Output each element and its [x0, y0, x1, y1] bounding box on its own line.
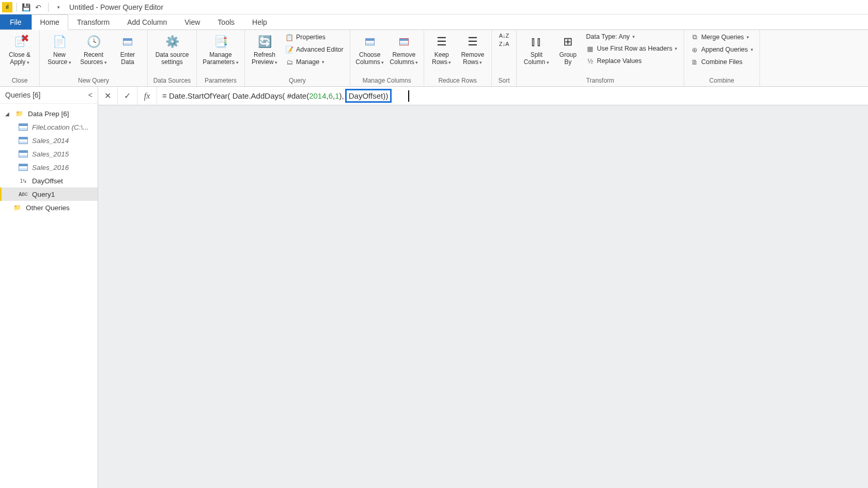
work-area: Queries [6] < ◢ 📁 Data Prep [6] FileLoca… — [0, 87, 868, 488]
close-apply-icon: ✖ 📄 — [11, 33, 28, 51]
combine-files-button[interactable]: 🗎Combine Files — [688, 57, 755, 67]
group-manage-columns: Choose Columns Remove Columns Manage Col… — [350, 30, 424, 86]
queries-list: ◢ 📁 Data Prep [6] FileLocation (C:\...Sa… — [0, 104, 98, 217]
advanced-editor-button[interactable]: 📝Advanced Editor — [283, 44, 346, 55]
sort-desc-button[interactable]: Z↓A — [496, 40, 513, 48]
quick-access-toolbar: 💾 ↶ ▾ — [19, 3, 65, 12]
group-label-parameters: Parameters — [201, 76, 240, 85]
recent-sources-button[interactable]: 🕓 Recent Sources — [78, 32, 109, 67]
remove-rows-button[interactable]: ☰ Remove Rows — [458, 32, 487, 67]
app-icon: ıl — [2, 2, 12, 12]
remove-rows-icon: ☰ — [464, 33, 482, 51]
headers-icon: ▦ — [586, 44, 594, 53]
collapse-queries-icon[interactable]: < — [88, 91, 92, 99]
group-transform: ⫿⫿ Split Column ⊞ Group By Data Type: An… — [517, 30, 684, 86]
formula-input[interactable]: = Date.StartOfYear( Date.AddDays( #date(… — [157, 89, 868, 103]
table-icon — [19, 123, 28, 131]
ribbon: ✖ 📄 Close & Apply Close 📄 New Source 🕓 R… — [0, 30, 868, 87]
remove-columns-button[interactable]: Remove Columns — [389, 32, 420, 67]
data-source-settings-icon: ⚙️ — [163, 33, 181, 51]
tab-tools[interactable]: Tools — [209, 14, 243, 29]
query-group-data-prep[interactable]: ◢ 📁 Data Prep [6] — [0, 107, 98, 120]
group-reduce-rows: ☰ Keep Rows ☰ Remove Rows Reduce Rows — [424, 30, 492, 86]
folder-icon: 📁 — [14, 109, 24, 118]
group-label-managecols: Manage Columns — [354, 76, 420, 85]
refresh-icon: 🔄 — [256, 33, 273, 51]
keep-rows-button[interactable]: ☰ Keep Rows — [428, 32, 455, 67]
manage-query-button[interactable]: 🗂Manage — [283, 57, 346, 67]
group-by-button[interactable]: ⊞ Group By — [555, 32, 581, 67]
first-row-headers-button[interactable]: ▦Use First Row as Headers — [584, 43, 679, 54]
data-type-button[interactable]: Data Type: Any — [584, 32, 679, 41]
folder-icon: 📁 — [12, 203, 22, 212]
close-apply-button[interactable]: ✖ 📄 Close & Apply — [4, 32, 35, 67]
tab-transform[interactable]: Transform — [68, 14, 118, 29]
group-label-newquery: New Query — [44, 76, 143, 85]
group-parameters: 📑 Manage Parameters Parameters — [197, 30, 245, 86]
queries-header: Queries [6] < — [0, 87, 98, 104]
query-item-sales-2015[interactable]: Sales_2015 — [0, 147, 98, 161]
qat-dropdown-icon[interactable]: ▾ — [54, 3, 63, 12]
merge-icon: ⧉ — [690, 33, 699, 41]
query-label: FileLocation (C:\... — [32, 123, 89, 131]
query-item-sales-2014[interactable]: Sales_2014 — [0, 134, 98, 147]
merge-queries-button[interactable]: ⧉Merge Queries — [688, 32, 755, 42]
tab-view[interactable]: View — [176, 14, 209, 29]
enter-data-icon — [119, 33, 136, 51]
queries-pane: Queries [6] < ◢ 📁 Data Prep [6] FileLoca… — [0, 87, 98, 488]
manage-parameters-icon: 📑 — [212, 33, 229, 51]
group-label-combine: Combine — [688, 76, 755, 85]
query-item-sales-2016[interactable]: Sales_2016 — [0, 161, 98, 174]
expand-icon: ◢ — [5, 111, 10, 117]
append-queries-button[interactable]: ⊕Append Queries — [688, 44, 755, 55]
properties-icon: 📋 — [285, 33, 293, 41]
enter-data-button[interactable]: Enter Data — [112, 32, 143, 67]
abc-icon: ABC — [19, 190, 28, 198]
query-group-other[interactable]: 📁 Other Queries — [0, 201, 98, 214]
query-item-filelocation--c-----[interactable]: FileLocation (C:\... — [0, 120, 98, 134]
group-label-reducerows: Reduce Rows — [428, 76, 487, 85]
replace-icon: ½ — [586, 57, 594, 65]
fx-icon[interactable]: fx — [137, 87, 157, 105]
choose-columns-button[interactable]: Choose Columns — [354, 32, 385, 67]
keep-rows-icon: ☰ — [433, 33, 451, 51]
sort-asc-button[interactable]: A↓Z — [496, 32, 513, 39]
properties-button[interactable]: 📋Properties — [283, 32, 346, 42]
data-source-settings-button[interactable]: ⚙️ Data source settings — [152, 32, 192, 67]
save-icon[interactable]: 💾 — [21, 3, 30, 12]
tab-file[interactable]: File — [0, 14, 32, 29]
number-icon: 1²₃ — [19, 177, 28, 185]
new-source-button[interactable]: 📄 New Source — [44, 32, 75, 67]
replace-values-button[interactable]: ½Replace Values — [584, 56, 679, 66]
group-sort: A↓Z Z↓A Sort — [492, 30, 517, 86]
group-data-sources: ⚙️ Data source settings Data Sources — [148, 30, 197, 86]
tab-home[interactable]: Home — [32, 14, 68, 30]
cancel-formula-button[interactable]: ✕ — [98, 87, 118, 105]
remove-columns-icon — [395, 33, 413, 51]
group-label-close: Close — [4, 76, 35, 85]
undo-icon[interactable]: ↶ — [34, 3, 43, 12]
formula-text: = Date.StartOfYear( Date.AddDays( #date( — [162, 91, 309, 100]
advanced-editor-icon: 📝 — [285, 45, 293, 54]
refresh-preview-button[interactable]: 🔄 Refresh Preview — [249, 32, 280, 67]
group-new-query: 📄 New Source 🕓 Recent Sources Enter Data… — [40, 30, 148, 86]
query-item-dayoffset[interactable]: 1²₃DayOffset — [0, 174, 98, 187]
table-icon — [19, 163, 28, 171]
split-column-icon: ⫿⫿ — [528, 33, 545, 51]
text-cursor — [408, 90, 409, 102]
manage-icon: 🗂 — [285, 58, 293, 66]
manage-parameters-button[interactable]: 📑 Manage Parameters — [201, 32, 240, 67]
recent-sources-icon: 🕓 — [85, 33, 102, 51]
table-icon — [19, 150, 28, 158]
query-item-query1[interactable]: ABCQuery1 — [0, 187, 98, 201]
group-label-transform: Transform — [521, 76, 679, 85]
split-column-button[interactable]: ⫿⫿ Split Column — [521, 32, 552, 67]
window-title: Untitled - Power Query Editor — [69, 3, 163, 11]
commit-formula-button[interactable]: ✓ — [118, 87, 137, 105]
group-close: ✖ 📄 Close & Apply Close — [0, 30, 40, 86]
tab-help[interactable]: Help — [243, 14, 276, 29]
group-label-datasources: Data Sources — [152, 76, 192, 85]
combine-files-icon: 🗎 — [690, 58, 699, 66]
tab-add-column[interactable]: Add Column — [118, 14, 176, 29]
group-by-icon: ⊞ — [559, 33, 577, 51]
